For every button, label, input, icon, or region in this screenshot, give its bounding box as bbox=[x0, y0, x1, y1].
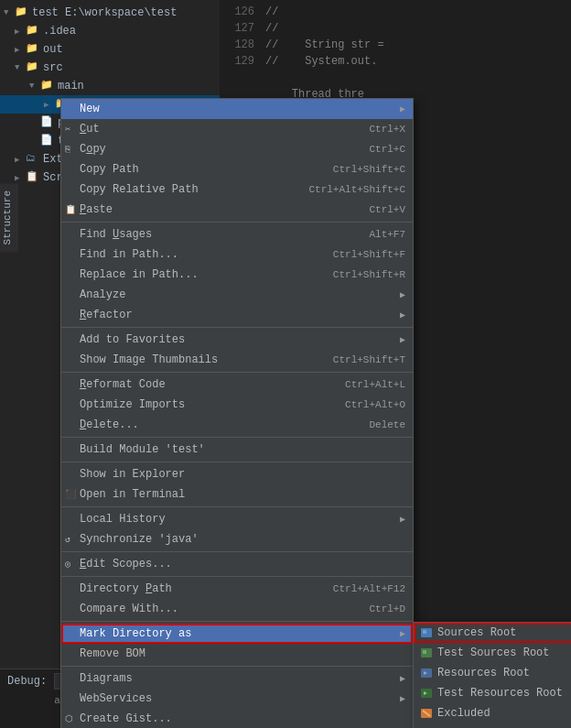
folder-icon-src: 📁 bbox=[26, 60, 40, 75]
submenu-item-test-resources-root[interactable]: Test Resources Root bbox=[414, 683, 571, 703]
menu-item-local-history[interactable]: Local History ▶ bbox=[61, 509, 413, 529]
diagrams-arrow-icon: ▶ bbox=[400, 673, 405, 684]
structure-tab[interactable]: Structure bbox=[0, 183, 18, 252]
tree-item-idea[interactable]: ▶ 📁 .idea bbox=[0, 22, 220, 40]
line-content-127: // bbox=[265, 22, 278, 35]
submenu-item-resources-root[interactable]: Resources Root bbox=[414, 663, 571, 683]
separator-3 bbox=[61, 372, 413, 373]
tree-item-project[interactable]: ▼ 📁 test E:\workspace\test bbox=[0, 4, 220, 22]
folder-icon-idea: 📁 bbox=[26, 24, 40, 38]
copy-shortcut: Ctrl+C bbox=[369, 144, 405, 155]
menu-item-show-explorer[interactable]: Show in Explorer bbox=[61, 464, 413, 484]
submenu-item-sources-root[interactable]: Sources Root bbox=[414, 623, 571, 643]
menu-cut-label: Cut bbox=[80, 123, 350, 136]
menu-item-compare-with[interactable]: Compare With... Ctrl+D bbox=[61, 599, 413, 619]
sources-root-label: Sources Root bbox=[437, 626, 516, 639]
project-label: test E:\workspace\test bbox=[32, 6, 177, 19]
menu-item-analyze[interactable]: Analyze ▶ bbox=[61, 285, 413, 305]
test-sources-root-icon bbox=[419, 647, 434, 659]
menu-item-webservices[interactable]: WebServices ▶ bbox=[61, 689, 413, 709]
folder-icon-out: 📁 bbox=[26, 42, 40, 57]
separator-6 bbox=[61, 506, 413, 507]
svg-rect-1 bbox=[423, 630, 426, 634]
copy-path-shortcut: Ctrl+Shift+C bbox=[333, 164, 405, 175]
context-menu: New ▶ ✂ Cut Ctrl+X ⎘ Copy Ctrl+C Copy Pa… bbox=[60, 98, 414, 728]
submenu-item-test-sources-root[interactable]: Test Sources Root bbox=[414, 643, 571, 663]
svg-rect-3 bbox=[423, 650, 426, 654]
gist-icon: ⬡ bbox=[65, 713, 78, 724]
paste-icon: 📋 bbox=[65, 204, 78, 215]
menu-remove-bom-label: Remove BOM bbox=[80, 647, 405, 660]
tree-item-main[interactable]: ▼ 📁 main bbox=[0, 77, 220, 95]
menu-item-edit-scopes[interactable]: ◎ Edit Scopes... bbox=[61, 554, 413, 574]
menu-copy-label: Copy bbox=[80, 143, 350, 156]
menu-item-mark-directory-as[interactable]: Mark Directory as ▶ Sources Root bbox=[61, 624, 413, 644]
menu-item-find-usages[interactable]: Find Usages Alt+F7 bbox=[61, 224, 413, 244]
menu-item-open-terminal[interactable]: ⬛ Open in Terminal bbox=[61, 484, 413, 505]
code-line-126: 126 // bbox=[227, 4, 564, 20]
menu-show-thumbnails-label: Show Image Thumbnails bbox=[80, 353, 315, 366]
sources-root-icon bbox=[419, 626, 434, 639]
scratch-icon: 📋 bbox=[26, 170, 40, 185]
menu-item-copy-relative-path[interactable]: Copy Relative Path Ctrl+Alt+Shift+C bbox=[61, 179, 413, 200]
menu-item-add-favorites[interactable]: Add to Favorites ▶ bbox=[61, 330, 413, 350]
tree-arrow-external: ▶ bbox=[15, 155, 26, 165]
menu-item-diagrams[interactable]: Diagrams ▶ bbox=[61, 668, 413, 689]
menu-item-new[interactable]: New ▶ bbox=[61, 99, 413, 119]
copy-relative-shortcut: Ctrl+Alt+Shift+C bbox=[308, 184, 405, 195]
excluded-icon bbox=[419, 707, 434, 720]
menu-item-refactor[interactable]: Refactor ▶ bbox=[61, 305, 413, 325]
menu-item-reformat[interactable]: Reformat Code Ctrl+Alt+L bbox=[61, 375, 413, 395]
tree-arrow-out: ▶ bbox=[15, 45, 26, 55]
menu-analyze-label: Analyze bbox=[80, 288, 393, 301]
menu-item-copy-path[interactable]: Copy Path Ctrl+Shift+C bbox=[61, 159, 413, 179]
paste-shortcut: Ctrl+V bbox=[369, 204, 405, 215]
menu-item-optimize-imports[interactable]: Optimize Imports Ctrl+Alt+O bbox=[61, 395, 413, 415]
resources-root-label: Resources Root bbox=[437, 667, 530, 679]
show-thumbnails-shortcut: Ctrl+Shift+T bbox=[333, 354, 405, 365]
line-content-128: // String str = bbox=[265, 38, 384, 51]
test-sources-root-label: Test Sources Root bbox=[437, 647, 549, 659]
separator-4 bbox=[61, 437, 413, 438]
menu-item-delete[interactable]: Delete... Delete bbox=[61, 415, 413, 435]
tree-item-out[interactable]: ▶ 📁 out bbox=[0, 40, 220, 59]
library-icon: 🗂 bbox=[26, 152, 40, 167]
separator-2 bbox=[61, 327, 413, 328]
menu-item-create-gist[interactable]: ⬡ Create Gist... bbox=[61, 709, 413, 728]
menu-item-remove-bom[interactable]: Remove BOM bbox=[61, 644, 413, 664]
context-menu-overlay: New ▶ ✂ Cut Ctrl+X ⎘ Copy Ctrl+C Copy Pa… bbox=[60, 98, 414, 728]
menu-optimize-label: Optimize Imports bbox=[80, 398, 327, 411]
menu-item-show-thumbnails[interactable]: Show Image Thumbnails Ctrl+Shift+T bbox=[61, 350, 413, 370]
menu-replace-in-path-label: Replace in Path... bbox=[80, 268, 315, 281]
optimize-shortcut: Ctrl+Alt+O bbox=[345, 399, 405, 410]
line-content-129: // System.out. bbox=[265, 55, 377, 68]
test-resources-root-icon bbox=[419, 687, 434, 700]
code-line-127: 127 // bbox=[227, 20, 564, 37]
menu-synchronize-label: Synchronize 'java' bbox=[80, 533, 405, 546]
webservices-arrow-icon: ▶ bbox=[400, 693, 405, 704]
menu-item-paste[interactable]: 📋 Paste Ctrl+V bbox=[61, 200, 413, 220]
menu-diagrams-label: Diagrams bbox=[80, 672, 393, 685]
mark-directory-submenu: Sources Root Test Sources Root bbox=[413, 622, 571, 728]
folder-icon-main: 📁 bbox=[40, 79, 55, 93]
separator-10 bbox=[61, 666, 413, 667]
find-in-path-shortcut: Ctrl+Shift+F bbox=[333, 249, 405, 260]
separator-1 bbox=[61, 222, 413, 223]
submenu-item-excluded[interactable]: Excluded bbox=[414, 703, 571, 723]
menu-item-build-module[interactable]: Build Module 'test' bbox=[61, 440, 413, 460]
menu-item-copy[interactable]: ⎘ Copy Ctrl+C bbox=[61, 139, 413, 159]
menu-directory-path-label: Directory Path bbox=[80, 582, 315, 595]
menu-item-synchronize[interactable]: ↺ Synchronize 'java' bbox=[61, 529, 413, 549]
menu-item-replace-in-path[interactable]: Replace in Path... Ctrl+Shift+R bbox=[61, 265, 413, 285]
scope-icon: ◎ bbox=[65, 559, 78, 570]
refactor-arrow-icon: ▶ bbox=[400, 310, 405, 321]
menu-compare-with-label: Compare With... bbox=[80, 603, 350, 615]
menu-item-find-in-path[interactable]: Find in Path... Ctrl+Shift+F bbox=[61, 244, 413, 265]
tree-item-src[interactable]: ▼ 📁 src bbox=[0, 59, 220, 77]
menu-item-cut[interactable]: ✂ Cut Ctrl+X bbox=[61, 119, 413, 139]
menu-new-label: New bbox=[80, 103, 393, 115]
submenu-item-generated-sources-root[interactable]: G Generated Sources Root bbox=[414, 723, 571, 728]
menu-item-directory-path[interactable]: Directory Path Ctrl+Alt+F12 bbox=[61, 579, 413, 599]
separator-7 bbox=[61, 551, 413, 552]
menu-create-gist-label: Create Gist... bbox=[80, 712, 405, 725]
